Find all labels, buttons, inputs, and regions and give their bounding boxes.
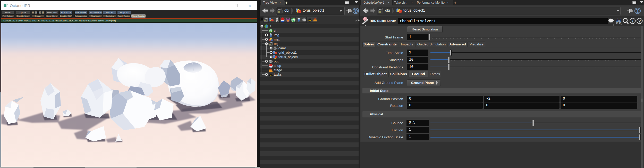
svg-text:W: W [292, 19, 294, 21]
svg-text:W: W [270, 30, 272, 32]
svg-text:H: H [616, 17, 621, 25]
svg-text:i: i [632, 19, 633, 23]
svg-text:?: ? [638, 19, 641, 23]
